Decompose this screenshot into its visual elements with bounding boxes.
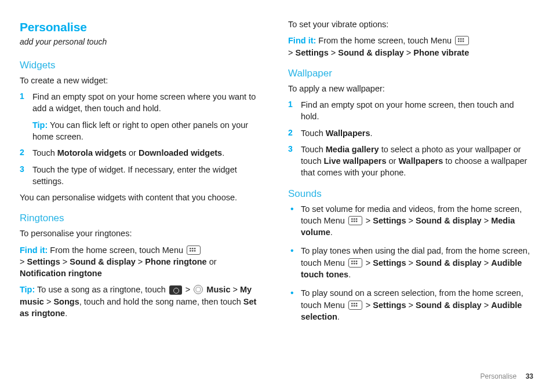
step-text: Find an empty spot on your home screen w… — [32, 92, 256, 113]
step-number: 1 — [288, 99, 293, 111]
widgets-tip: Tip: You can flick left or right to open… — [32, 119, 265, 143]
page-subtitle: add your personal touch — [20, 36, 265, 48]
findit-label: Find it: — [288, 36, 316, 45]
ringtones-tip: Tip: To use a song as a ringtone, touch … — [20, 284, 265, 319]
wallpaper-step-3: 3 Touch Media gallery to select a photo … — [288, 144, 533, 179]
menu-icon — [348, 258, 362, 268]
step-text: Touch Motorola widgets or Downloaded wid… — [32, 148, 224, 157]
step-number: 3 — [288, 144, 293, 155]
ringtones-heading: Ringtones — [20, 211, 265, 225]
sounds-heading: Sounds — [288, 187, 533, 201]
camera-icon — [169, 285, 182, 295]
sounds-list: To set volume for media and videos, from… — [288, 203, 533, 323]
step-text: Touch Wallpapers. — [301, 129, 373, 138]
right-column: To set your vibrate options: Find it: Fr… — [288, 19, 533, 369]
step-number: 2 — [288, 127, 293, 139]
tip-label: Tip: — [20, 285, 35, 294]
sounds-item-3: To play sound on a screen selection, fro… — [288, 287, 533, 323]
disc-icon — [194, 285, 203, 294]
step-text: Find an empty spot on your home screen, … — [301, 100, 514, 121]
vibrate-intro: To set your vibrate options: — [288, 19, 533, 30]
findit-label: Find it: — [20, 246, 48, 255]
step-number: 2 — [20, 147, 24, 159]
widgets-step-1: 1 Find an empty spot on your home screen… — [20, 91, 265, 142]
page-footer: Personalise 33 — [20, 369, 533, 380]
wallpaper-step-1: 1 Find an empty spot on your home screen… — [288, 99, 533, 123]
ringtones-findit: Find it: From the home screen, touch Men… — [20, 244, 265, 280]
sounds-item-2: To play tones when using the dial pad, f… — [288, 245, 533, 280]
tip-text: You can flick left or right to open othe… — [32, 120, 248, 141]
two-column-layout: Personalise add your personal touch Widg… — [20, 19, 533, 369]
step-number: 1 — [20, 91, 24, 102]
ringtones-intro: To personalise your ringtones: — [20, 228, 265, 239]
widgets-heading: Widgets — [20, 58, 265, 72]
widgets-outro: You can personalise widgets with content… — [20, 192, 265, 203]
menu-icon — [348, 216, 362, 225]
wallpaper-heading: Wallpaper — [288, 67, 533, 80]
widgets-steps: 1 Find an empty spot on your home screen… — [20, 91, 265, 187]
vibrate-findit: Find it: From the home screen, touch Men… — [288, 35, 533, 58]
footer-page-number: 33 — [526, 372, 533, 380]
left-column: Personalise add your personal touch Widg… — [20, 19, 265, 369]
widgets-step-3: 3 Touch the type of widget. If necessary… — [20, 164, 265, 188]
step-text: Touch Media gallery to select a photo as… — [301, 145, 527, 178]
wallpaper-steps: 1 Find an empty spot on your home screen… — [288, 99, 533, 179]
wallpaper-intro: To apply a new wallpaper: — [288, 83, 533, 94]
document-page: Personalise add your personal touch Widg… — [0, 0, 553, 392]
menu-icon — [348, 301, 362, 310]
menu-icon — [187, 246, 201, 255]
menu-icon — [455, 36, 469, 45]
sounds-item-1: To set volume for media and videos, from… — [288, 203, 533, 239]
footer-section: Personalise — [481, 372, 517, 380]
tip-label: Tip: — [32, 120, 48, 130]
wallpaper-step-2: 2 Touch Wallpapers. — [288, 127, 533, 139]
widgets-intro: To create a new widget: — [20, 75, 265, 86]
widgets-step-2: 2 Touch Motorola widgets or Downloaded w… — [20, 147, 265, 159]
step-number: 3 — [20, 164, 24, 175]
step-text: Touch the type of widget. If necessary, … — [32, 165, 237, 186]
page-title: Personalise — [20, 19, 265, 35]
